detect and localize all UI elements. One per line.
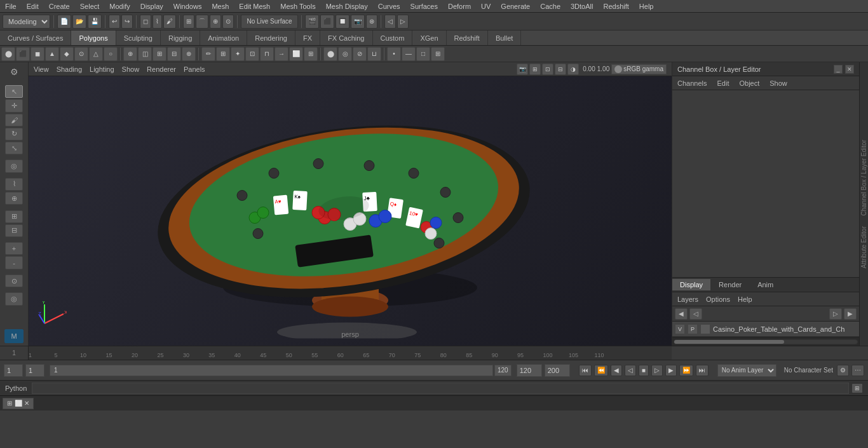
cube3-btn[interactable]: ◫ xyxy=(138,47,152,61)
custom1-tool[interactable]: ◎ xyxy=(5,292,23,305)
window-btn-1[interactable]: ⊞ ⬜ ✕ xyxy=(3,398,34,409)
channels-menu[interactable]: Channels xyxy=(675,78,709,88)
move-tool[interactable]: ✛ xyxy=(5,99,23,112)
snap-curve[interactable]: ⌒ xyxy=(196,15,208,29)
star-btn[interactable]: ✦ xyxy=(231,47,245,61)
insert-btn[interactable]: ⊞ xyxy=(216,47,230,61)
mode-select[interactable]: Modeling xyxy=(3,15,50,29)
cube-icon-btn[interactable]: ⬛ xyxy=(16,47,30,61)
menu-deform[interactable]: Deform xyxy=(443,1,476,11)
tab-curves-surfaces[interactable]: Curves / Surfaces xyxy=(0,31,71,45)
next-key-btn[interactable]: ⏩ xyxy=(679,365,693,376)
timeline-ruler[interactable]: 1510152025303540455055606570758085909510… xyxy=(29,346,672,360)
playback-end-input[interactable] xyxy=(545,364,570,377)
cam-btn[interactable]: 📷 xyxy=(351,15,365,29)
snap-point[interactable]: ⊕ xyxy=(210,15,221,29)
menu-file[interactable]: File xyxy=(0,1,22,11)
layers-options-menu[interactable]: Options xyxy=(706,295,730,303)
render-btn[interactable]: 🎬 xyxy=(305,15,319,29)
tab-polygons[interactable]: Polygons xyxy=(71,31,116,45)
play-fwd-btn[interactable]: ▷ xyxy=(651,365,663,376)
close-channel-btn[interactable]: ✕ xyxy=(845,65,854,74)
menu-redshift[interactable]: Redshift xyxy=(598,1,634,11)
attribute-editor-strip-label[interactable]: Attribute Editor xyxy=(860,221,867,273)
tab-rigging[interactable]: Rigging xyxy=(161,31,200,45)
menu-create[interactable]: Create xyxy=(44,1,75,11)
layer-visibility-btn[interactable]: V xyxy=(675,324,685,334)
ipr-btn[interactable]: ⬛ xyxy=(320,15,334,29)
timeline-range-bar[interactable]: 1 xyxy=(50,365,493,376)
edge-btn[interactable]: — xyxy=(402,47,416,61)
tab-sculpting[interactable]: Sculpting xyxy=(116,31,161,45)
snap-grid[interactable]: ⊞ xyxy=(183,15,194,29)
tab-custom[interactable]: Custom xyxy=(373,31,413,45)
display-tab[interactable]: Display xyxy=(672,279,711,290)
select-arrow-tool[interactable]: ↖ xyxy=(5,85,23,98)
soft-mod-tool[interactable]: ◎ xyxy=(5,160,23,172)
select-tool[interactable]: ◻ xyxy=(140,15,151,29)
menu-mesh-tools[interactable]: Mesh Tools xyxy=(275,1,320,11)
tab-fx[interactable]: FX xyxy=(295,31,320,45)
scroll-track[interactable] xyxy=(674,339,858,344)
save-btn[interactable]: 💾 xyxy=(88,15,102,29)
rem-div-tool[interactable]: - xyxy=(5,256,23,269)
menu-help[interactable]: Help xyxy=(634,1,659,11)
paint-tool[interactable]: 🖌 xyxy=(163,15,176,29)
maya-logo-tool[interactable]: M xyxy=(4,329,24,343)
target-btn[interactable]: ⊛ xyxy=(366,15,377,29)
cone-btn[interactable]: ▲ xyxy=(45,47,59,61)
layers-scrollbar[interactable] xyxy=(672,337,859,346)
tab-bullet[interactable]: Bullet xyxy=(488,31,522,45)
crease-btn[interactable]: ◎ xyxy=(338,47,352,61)
layer-back-btn[interactable]: ◀ xyxy=(675,308,688,320)
sphere-icon-btn[interactable]: ⬤ xyxy=(1,47,15,61)
face-btn[interactable]: □ xyxy=(416,47,430,61)
extra-settings-btn[interactable]: ⋯ xyxy=(851,365,864,376)
new-scene-btn[interactable]: 📄 xyxy=(57,15,71,29)
pen-btn[interactable]: ✏ xyxy=(201,47,215,61)
bevel-btn[interactable]: ⊘ xyxy=(353,47,367,61)
snap-tool[interactable]: ⊙ xyxy=(5,275,23,287)
cube2-btn[interactable]: ◼ xyxy=(31,47,44,61)
hide-sel-tool[interactable]: ⊟ xyxy=(5,224,23,237)
extra2[interactable]: ▷ xyxy=(397,15,409,29)
box-btn[interactable]: ⊡ xyxy=(245,47,259,61)
lattice-btn[interactable]: ⊞ xyxy=(304,47,318,61)
cube4-btn[interactable]: ⊞ xyxy=(153,47,166,61)
layers-help-menu[interactable]: Help xyxy=(738,295,752,303)
prism-btn[interactable]: △ xyxy=(89,47,103,61)
channel-box-strip-label[interactable]: Channel Box / Layer Editor xyxy=(860,135,867,221)
bridge-btn[interactable]: ⊔ xyxy=(367,47,381,61)
playback-start-input[interactable] xyxy=(517,364,542,377)
render2-btn[interactable]: 🔲 xyxy=(336,15,349,29)
layer-playback-btn[interactable]: P xyxy=(688,324,698,334)
vert-btn[interactable]: • xyxy=(387,47,401,61)
show-menu[interactable]: Show xyxy=(767,78,790,88)
render-tab[interactable]: Render xyxy=(711,279,750,290)
undo-btn[interactable]: ↩ xyxy=(109,15,120,29)
grid-btn[interactable]: ⊟ xyxy=(167,47,181,61)
menu-select[interactable]: Select xyxy=(75,1,105,11)
menu-uv[interactable]: UV xyxy=(476,1,496,11)
go-start-btn[interactable]: ⏮ xyxy=(579,365,592,376)
layer-fwd2-btn[interactable]: ▷ xyxy=(829,308,842,320)
layer-color-swatch[interactable] xyxy=(700,324,710,334)
current-frame-input[interactable] xyxy=(4,364,23,377)
minimize-channel-btn[interactable]: _ xyxy=(834,65,843,74)
menu-surfaces[interactable]: Surfaces xyxy=(405,1,443,11)
menu-edit[interactable]: Edit xyxy=(22,1,44,11)
menu-mesh-display[interactable]: Mesh Display xyxy=(321,1,373,11)
edit-menu[interactable]: Edit xyxy=(714,78,731,88)
viewport-shading-menu[interactable]: Shading xyxy=(57,65,82,73)
menu-curves[interactable]: Curves xyxy=(373,1,405,11)
paint-effects-tool[interactable]: 🖌 xyxy=(5,114,23,126)
go-end-btn[interactable]: ⏭ xyxy=(696,365,709,376)
viewport-show-menu[interactable]: Show xyxy=(122,65,140,73)
viewport-canvas[interactable]: A♥ K♠ Q♦ J♣ 10♥ xyxy=(29,76,672,346)
menu-mesh[interactable]: Mesh xyxy=(207,1,234,11)
viewport-view-menu[interactable]: View xyxy=(34,65,49,73)
lasso-select-tool[interactable]: ⌇ xyxy=(5,178,23,191)
stop-btn[interactable]: ■ xyxy=(639,365,649,376)
tab-rendering[interactable]: Rendering xyxy=(247,31,295,45)
object-menu[interactable]: Object xyxy=(736,78,762,88)
